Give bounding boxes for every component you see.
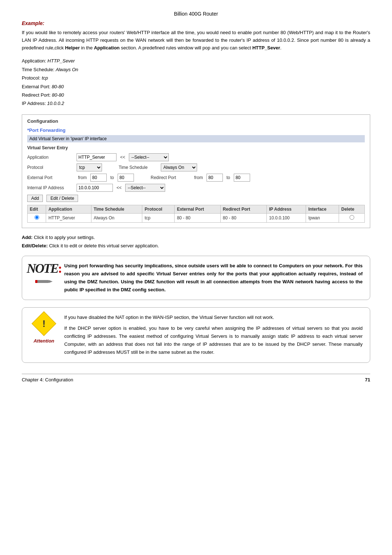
application-label: Application <box>27 155 74 160</box>
attention-para1: If you have disabled the NAT option in t… <box>64 313 363 321</box>
internal-ip-row: Internal IP Address << --Select-- <box>27 184 365 192</box>
from-label: from <box>78 175 87 180</box>
app-detail-protocol: Protocol: tcp <box>22 74 370 82</box>
svg-rect-0 <box>36 280 49 283</box>
edit-delete-note: Edit/Delete: Click it to edit or delete … <box>22 243 370 248</box>
note-pencil-icon <box>27 277 61 286</box>
row-edit-radio[interactable] <box>28 213 46 222</box>
app-detail-ipaddr: IP Address: 10.0.0.2 <box>22 99 370 108</box>
row-protocol: tcp <box>142 213 175 222</box>
row-delete-radio[interactable] <box>339 213 365 222</box>
external-port-to-input[interactable] <box>118 174 134 182</box>
internal-ip-label: Internal IP Address <box>27 185 74 190</box>
application-select[interactable]: --Select-- <box>129 153 169 161</box>
table-header-row: Edit Application Time Schedule Protocol … <box>28 205 365 213</box>
attention-label: Attention <box>33 338 54 344</box>
internal-ip-select[interactable]: --Select-- <box>125 184 165 192</box>
note-text-icon: NOTE: <box>27 262 61 275</box>
footer-chapter: Chapter 4: Configuration <box>22 377 73 382</box>
external-redirect-port-row: External Port from to Redirect Port from… <box>27 174 365 182</box>
page-header: Billion 400G Router <box>22 11 370 17</box>
svg-rect-2 <box>35 280 37 283</box>
edit-note-text: Click it to edit or delete this virtual … <box>48 243 159 248</box>
attention-icon-area: ! Attention <box>29 313 58 344</box>
buttons-row: Add Edit / Delete <box>27 195 365 202</box>
interface-title: Add Virtual Server in 'ipwan' IP interfa… <box>27 135 365 142</box>
redirect-port-from-input[interactable] <box>207 174 223 182</box>
external-port-label: External Port <box>27 175 74 180</box>
time-schedule-group: Time Schedule Always On <box>119 163 197 171</box>
attention-para2: If the DHCP server option is enabled, yo… <box>64 324 363 356</box>
app-detail-application: Application: HTTP_Sever <box>22 57 370 65</box>
col-edit: Edit <box>28 205 46 213</box>
col-protocol: Protocol <box>142 205 175 213</box>
attention-content: If you have disabled the NAT option in t… <box>64 313 363 356</box>
internal-select-separator: << <box>117 185 122 190</box>
edit-delete-button[interactable]: Edit / Delete <box>46 195 78 202</box>
row-interface: Ipwan <box>306 213 339 222</box>
intro-paragraph: If you would like to remotely access you… <box>22 29 370 52</box>
redirect-from-label: from <box>194 175 203 180</box>
attention-box: ! Attention If you have disabled the NAT… <box>22 307 370 362</box>
protocol-label: Protocol <box>27 165 74 170</box>
time-schedule-label: Time Schedule <box>119 165 159 170</box>
note-content: Using port forwarding has security impli… <box>64 262 363 294</box>
add-note-label: Add: <box>22 235 33 240</box>
config-title: Configuration <box>27 118 365 124</box>
redirect-to-label: to <box>226 175 230 180</box>
page-footer: Chapter 4: Configuration 71 <box>22 374 370 382</box>
row-ip-address: 10.0.0.100 <box>267 213 306 222</box>
application-row: Application << --Select-- <box>27 153 365 161</box>
config-box: Configuration *Port Forwarding Add Virtu… <box>22 114 370 228</box>
application-input[interactable] <box>77 153 117 161</box>
edit-radio-input[interactable] <box>34 215 39 220</box>
external-port-from-input[interactable] <box>90 174 107 182</box>
app-detail-extport: External Port: 80-80 <box>22 82 370 91</box>
note-icon: NOTE: <box>27 262 61 286</box>
port-forwarding-title: *Port Forwarding <box>27 127 365 133</box>
internal-ip-input[interactable] <box>77 184 113 192</box>
protocol-select[interactable]: tcp <box>77 163 102 171</box>
vs-entry-title: Virtual Server Entry <box>27 145 365 150</box>
row-application: HTTP_Server <box>46 213 91 222</box>
note-icon-area: NOTE: <box>29 262 58 286</box>
app-details: Application: HTTP_Sever Time Schedule: A… <box>22 57 370 108</box>
col-application: Application <box>46 205 91 213</box>
result-table: Edit Application Time Schedule Protocol … <box>27 205 365 223</box>
edit-note-label: Edit/Delete: <box>22 243 48 248</box>
redirect-port-group: Redirect Port from to <box>151 174 250 182</box>
app-detail-timesched: Time Schedule: Always On <box>22 65 370 74</box>
intro-text: If you would like to remotely access you… <box>22 30 370 50</box>
example-title: Example: <box>22 20 370 26</box>
delete-radio-input[interactable] <box>350 215 354 220</box>
add-note: Add: Click it to apply your settings. <box>22 235 370 240</box>
note-box: NOTE: Using port forwarding has security… <box>22 256 370 300</box>
col-redirect-port: Redirect Port <box>220 205 266 213</box>
row-time-schedule: Always On <box>91 213 142 222</box>
row-external-port: 80 - 80 <box>175 213 220 222</box>
protocol-timesched-row: Protocol tcp Time Schedule Always On <box>27 163 365 171</box>
diamond-icon: ! <box>34 313 54 334</box>
redirect-port-to-input[interactable] <box>234 174 250 182</box>
select-separator: << <box>120 155 125 160</box>
page-number: 71 <box>365 377 370 382</box>
page-title: Billion 400G Router <box>174 11 218 17</box>
table-row: HTTP_Server Always On tcp 80 - 80 80 - 8… <box>28 213 365 222</box>
col-ip-address: IP Address <box>267 205 306 213</box>
row-redirect-port: 80 - 80 <box>220 213 266 222</box>
col-external-port: External Port <box>175 205 220 213</box>
add-note-text: Click it to apply your settings. <box>33 235 95 240</box>
col-interface: Interface <box>306 205 339 213</box>
col-time-schedule: Time Schedule <box>91 205 142 213</box>
redirect-port-label: Redirect Port <box>151 175 191 180</box>
app-detail-redirport: Redirect Port: 80-80 <box>22 91 370 99</box>
svg-marker-1 <box>49 280 53 283</box>
to-label: to <box>110 175 114 180</box>
add-button[interactable]: Add <box>27 195 43 202</box>
time-schedule-select[interactable]: Always On <box>161 163 197 171</box>
col-delete: Delete <box>339 205 365 213</box>
